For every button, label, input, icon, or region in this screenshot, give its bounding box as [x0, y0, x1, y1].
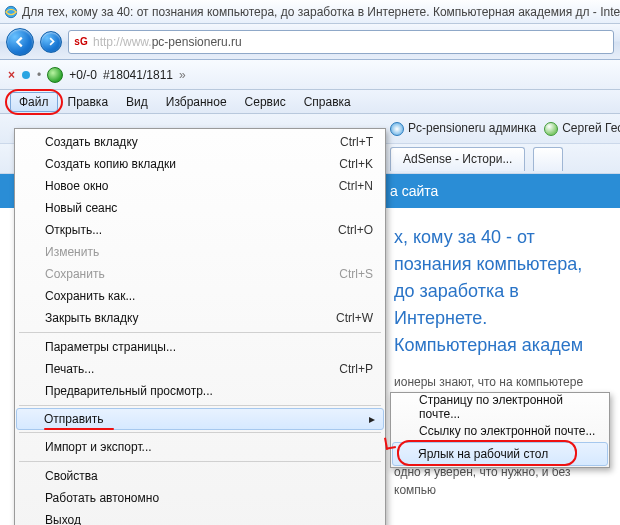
menu-item-label: Работать автономно	[45, 491, 159, 505]
menu-item[interactable]: Закрыть вкладкуCtrl+W	[17, 307, 383, 329]
menu-item-label: Создать вкладку	[45, 135, 138, 149]
menu-item[interactable]: Новое окноCtrl+N	[17, 175, 383, 197]
bullet-icon: •	[37, 68, 41, 82]
menu-item[interactable]: Импорт и экспорт...	[17, 436, 383, 458]
forward-button[interactable]	[40, 31, 62, 53]
back-button[interactable]	[6, 28, 34, 56]
menu-item-label: Изменить	[45, 245, 99, 259]
close-icon[interactable]: ×	[8, 68, 15, 82]
tab-adsense[interactable]: AdSense - Истори...	[390, 147, 525, 171]
menu-item: Изменить	[17, 241, 383, 263]
menu-item-shortcut: Ctrl+W	[336, 311, 373, 325]
menu-favorites[interactable]: Избранное	[158, 93, 235, 111]
menu-item-label: Печать...	[45, 362, 94, 376]
menu-item[interactable]: Сохранить как...	[17, 285, 383, 307]
menu-item-label: Новый сеанс	[45, 201, 117, 215]
svg-point-1	[22, 71, 30, 79]
menu-item-label: Отправить	[44, 412, 104, 426]
url-prefix: http://www.	[93, 35, 152, 49]
menu-view[interactable]: Вид	[118, 93, 156, 111]
menu-item[interactable]: Предварительный просмотр...	[17, 380, 383, 402]
menu-help[interactable]: Справка	[296, 93, 359, 111]
menu-item[interactable]: Свойства	[17, 465, 383, 487]
menu-item-label: Создать копию вкладки	[45, 157, 176, 171]
menu-separator	[19, 405, 381, 406]
navigation-bar: sG http://www. pc-pensioneru.ru	[0, 24, 620, 60]
menu-bar: Файл Правка Вид Избранное Сервис Справка	[0, 90, 620, 114]
menu-item[interactable]: Создать вкладкуCtrl+T	[17, 131, 383, 153]
menu-item[interactable]: Отправить▸	[16, 408, 384, 430]
menu-item-label: Выход	[45, 513, 81, 525]
status-toolbar: × • +0/-0 #18041/1811 »	[0, 60, 620, 90]
menu-item[interactable]: Открыть...Ctrl+O	[17, 219, 383, 241]
menu-item[interactable]: Печать...Ctrl+P	[17, 358, 383, 380]
menu-item-label: Открыть...	[45, 223, 102, 237]
menu-item-label: Свойства	[45, 469, 98, 483]
red-mark-annotation	[384, 436, 396, 450]
menu-item-shortcut: Ctrl+S	[339, 267, 373, 281]
submenu-item-label: Страницу по электронной почте...	[419, 393, 597, 421]
window-titlebar: Для тех, кому за 40: от познания компьют…	[0, 0, 620, 24]
menu-separator	[19, 332, 381, 333]
menu-item[interactable]: Параметры страницы...	[17, 336, 383, 358]
chevron-right-icon[interactable]: »	[179, 68, 186, 82]
menu-item-label: Предварительный просмотр...	[45, 384, 213, 398]
menu-item-label: Импорт и экспорт...	[45, 440, 152, 454]
menu-item-shortcut: Ctrl+K	[339, 157, 373, 171]
menu-item[interactable]: Новый сеанс	[17, 197, 383, 219]
address-bar[interactable]: sG http://www. pc-pensioneru.ru	[68, 30, 614, 54]
menu-item-label: Параметры страницы...	[45, 340, 176, 354]
person-icon	[544, 122, 558, 136]
menu-item-label: Новое окно	[45, 179, 109, 193]
menu-separator	[19, 461, 381, 462]
menu-tools[interactable]: Сервис	[237, 93, 294, 111]
window-title: Для тех, кому за 40: от познания компьют…	[22, 5, 620, 19]
menu-file[interactable]: Файл	[10, 92, 58, 112]
page-paragraph: одно я уверен, что нужно, и без компью	[394, 463, 602, 499]
menu-item-label: Сохранить	[45, 267, 105, 281]
svg-point-0	[5, 6, 16, 17]
file-menu-dropdown: Создать вкладкуCtrl+TСоздать копию вклад…	[14, 128, 386, 525]
link-admin[interactable]: Pc-pensioneru админка	[390, 121, 536, 136]
url-host: pc-pensioneru.ru	[152, 35, 242, 49]
tab-blank[interactable]	[533, 147, 563, 171]
menu-item[interactable]: Создать копию вкладкиCtrl+K	[17, 153, 383, 175]
menu-item[interactable]: Выход	[17, 509, 383, 525]
menu-item-shortcut: Ctrl+O	[338, 223, 373, 237]
submenu-item[interactable]: Страницу по электронной почте...	[393, 395, 607, 419]
submenu-item-label: Ярлык на рабочий стол	[418, 447, 548, 461]
submenu-item-label: Ссылку по электронной почте...	[419, 424, 595, 438]
counter-indicator: #18041/1811	[103, 68, 173, 82]
submenu-arrow-icon: ▸	[369, 412, 375, 426]
submenu-item[interactable]: Ссылку по электронной почте...	[393, 419, 607, 443]
menu-edit[interactable]: Правка	[60, 93, 117, 111]
menu-item-label: Закрыть вкладку	[45, 311, 138, 325]
menu-item-shortcut: Ctrl+N	[339, 179, 373, 193]
link-user[interactable]: Сергей Гео	[544, 121, 620, 136]
favicon-icon: sG	[73, 34, 89, 50]
send-submenu: Страницу по электронной почте...Ссылку п…	[390, 392, 610, 468]
menu-item-label: Сохранить как...	[45, 289, 135, 303]
status-dot-icon	[21, 70, 31, 80]
menu-item-shortcut: Ctrl+T	[340, 135, 373, 149]
page-heading: х, кому за 40 - от познания компьютера, …	[394, 224, 602, 359]
submenu-item[interactable]: Ярлык на рабочий стол	[392, 442, 608, 466]
ie-icon	[4, 5, 18, 19]
menu-item: СохранитьCtrl+S	[17, 263, 383, 285]
menu-item-shortcut: Ctrl+P	[339, 362, 373, 376]
menu-item[interactable]: Работать автономно	[17, 487, 383, 509]
globe-icon	[47, 67, 63, 83]
page-nav-text: а сайта	[390, 183, 438, 199]
menu-separator	[19, 432, 381, 433]
red-underline-annotation	[44, 428, 114, 430]
zoom-indicator: +0/-0	[69, 68, 97, 82]
